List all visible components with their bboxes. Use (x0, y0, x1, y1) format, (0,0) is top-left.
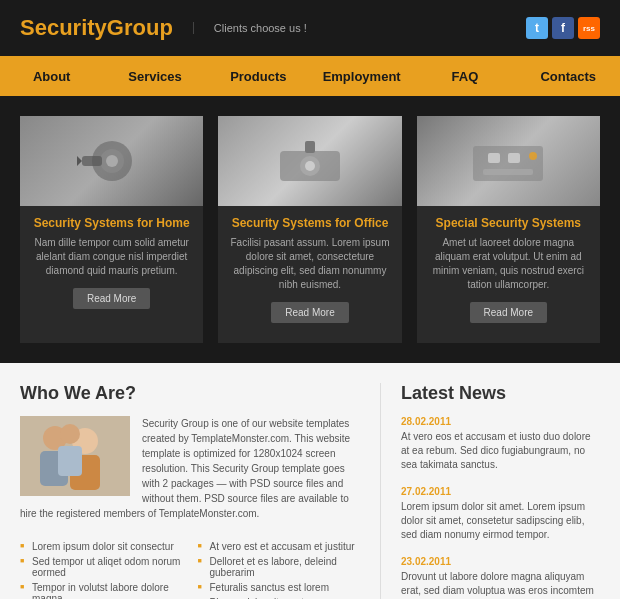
feature-title-office: Security Systems for Office (230, 216, 389, 230)
nav-about[interactable]: About (0, 56, 103, 96)
who-we-are-section: Who We Are? Security Group (20, 383, 380, 599)
social-icons: t f rss (526, 17, 600, 39)
header: SecurityGroup Clients choose us ! t f rs… (0, 0, 620, 56)
news-text-2: Lorem ipsum dolor sit amet. Lorem ipsum … (401, 500, 600, 542)
feature-title-special: Special Security Systems (429, 216, 588, 230)
svg-rect-8 (473, 146, 543, 181)
nav-faq[interactable]: FAQ (413, 56, 516, 96)
feature-title-home: Security Systems for Home (32, 216, 191, 230)
feature-content-home: Security Systems for Home Nam dille temp… (20, 206, 203, 329)
feature-readmore-office[interactable]: Read More (271, 302, 348, 323)
news-title: Latest News (401, 383, 600, 404)
nav-contacts[interactable]: Contacts (517, 56, 620, 96)
nav-products[interactable]: Products (207, 56, 310, 96)
feature-text-special: Amet ut laoreet dolore magna aliquam era… (429, 236, 588, 292)
feature-content-special: Special Security Systems Amet ut laoreet… (417, 206, 600, 343)
bullet-item: Lorem ipsum dolor sit consectur (20, 539, 183, 554)
who-body: Security Group is one of our website tem… (20, 416, 360, 531)
svg-rect-7 (305, 141, 315, 153)
svg-rect-9 (488, 153, 500, 163)
who-title: Who We Are? (20, 383, 360, 404)
feature-readmore-special[interactable]: Read More (470, 302, 547, 323)
svg-rect-19 (58, 446, 82, 476)
bullet-item: At vero est et accusam et justitur (198, 539, 361, 554)
news-item-1: 28.02.2011 At vero eos et accusam et ius… (401, 416, 600, 472)
bullet-item: Plurum dolor sit amet osom ipsum (198, 595, 361, 599)
feature-image-home (20, 116, 203, 206)
tagline: Clients choose us ! (193, 22, 526, 34)
feature-card-office: Security Systems for Office Facilisi pas… (218, 116, 401, 343)
nav-services[interactable]: Services (103, 56, 206, 96)
features-section: Security Systems for Home Nam dille temp… (0, 96, 620, 363)
svg-point-2 (106, 155, 118, 167)
rss-icon[interactable]: rss (578, 17, 600, 39)
news-date-1: 28.02.2011 (401, 416, 600, 427)
svg-rect-3 (82, 156, 102, 166)
who-bullets-right: At vero est et accusam et justitur Dello… (198, 539, 361, 599)
feature-text-office: Facilisi pasant assum. Lorem ipsum dolor… (230, 236, 389, 292)
feature-card-special: Special Security Systems Amet ut laoreet… (417, 116, 600, 343)
feature-card-home: Security Systems for Home Nam dille temp… (20, 116, 203, 343)
svg-rect-11 (483, 169, 533, 175)
feature-content-office: Security Systems for Office Facilisi pas… (218, 206, 401, 343)
news-item-3: 23.02.2011 Drovunt ut labore dolore magn… (401, 556, 600, 599)
who-image (20, 416, 130, 496)
who-bullets-left: Lorem ipsum dolor sit consectur Sed temp… (20, 539, 183, 599)
svg-point-6 (305, 161, 315, 171)
feature-text-home: Nam dille tempor cum solid ametur alelan… (32, 236, 191, 278)
svg-point-12 (529, 152, 537, 160)
svg-rect-10 (508, 153, 520, 163)
logo: SecurityGroup (20, 15, 173, 41)
feature-readmore-home[interactable]: Read More (73, 288, 150, 309)
latest-news-section: Latest News 28.02.2011 At vero eos et ac… (380, 383, 600, 599)
news-text-1: At vero eos et accusam et iusto duo dolo… (401, 430, 600, 472)
news-date-2: 27.02.2011 (401, 486, 600, 497)
facebook-icon[interactable]: f (552, 17, 574, 39)
feature-image-office (218, 116, 401, 206)
news-text-3: Drovunt ut labore dolore magna aliquyam … (401, 570, 600, 599)
twitter-icon[interactable]: t (526, 17, 548, 39)
logo-text-group: Group (107, 15, 173, 40)
bullet-item: Sed tempor ut aliqet odom norum eormed (20, 554, 183, 580)
bullet-item: Feturalis sanctus est lorem (198, 580, 361, 595)
navigation: About Services Products Employment FAQ C… (0, 56, 620, 96)
svg-point-18 (60, 424, 80, 444)
bullet-item: Tempor in volutst labore dolore magna (20, 580, 183, 599)
who-bullets: Lorem ipsum dolor sit consectur Sed temp… (20, 531, 360, 599)
nav-employment[interactable]: Employment (310, 56, 413, 96)
news-item-2: 27.02.2011 Lorem ipsum dolor sit amet. L… (401, 486, 600, 542)
main-content: Who We Are? Security Group (0, 363, 620, 599)
logo-text-security: Security (20, 15, 107, 40)
bullet-item: Delloret et es labore, deleind guberarim (198, 554, 361, 580)
feature-image-special (417, 116, 600, 206)
news-date-3: 23.02.2011 (401, 556, 600, 567)
